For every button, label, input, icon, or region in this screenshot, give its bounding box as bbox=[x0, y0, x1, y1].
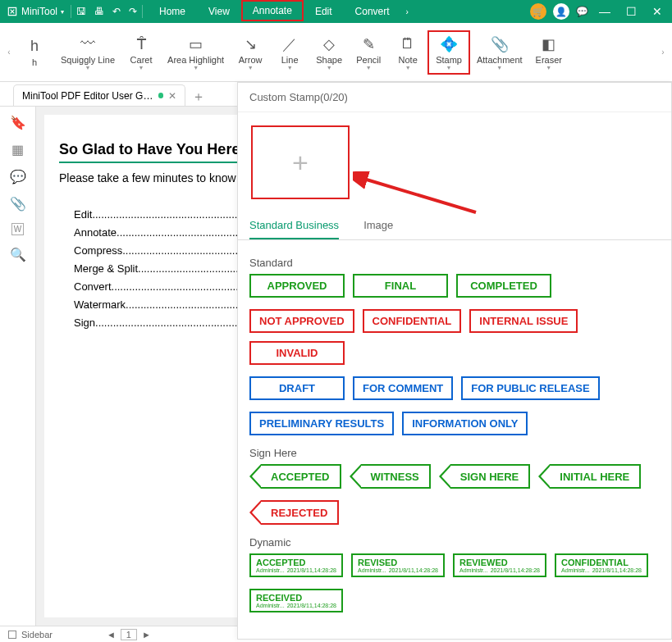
sidebar-toggle-checkbox[interactable] bbox=[8, 631, 16, 639]
tool-arrow[interactable]: ↘Arrow▼ bbox=[231, 30, 270, 75]
user-icon[interactable]: 👤 bbox=[553, 3, 569, 20]
eraser-icon: ◧ bbox=[542, 35, 555, 53]
stamp-witness[interactable]: WITNESS bbox=[350, 464, 431, 489]
maximize-button[interactable]: ☐ bbox=[621, 5, 641, 18]
stamp-tab-standard-business[interactable]: Standard Business bbox=[249, 212, 339, 239]
minimize-button[interactable]: — bbox=[595, 5, 615, 18]
feedback-icon[interactable]: 💬 bbox=[576, 6, 588, 17]
save-icon[interactable]: 🖫 bbox=[76, 6, 86, 17]
ribbon-scroll-left[interactable]: ‹ bbox=[3, 23, 15, 81]
stamp-row: PRELIMINARY RESULTSINFORMATION ONLY bbox=[249, 412, 660, 435]
tool-note[interactable]: 🗒Note▼ bbox=[388, 30, 427, 75]
stamp-row: RECEIVEDAdministr...2021/8/11,14:28:28 bbox=[249, 589, 660, 612]
attachment-icon: 📎 bbox=[491, 35, 509, 53]
undo-icon[interactable]: ↶ bbox=[112, 6, 121, 17]
page-number-input[interactable]: 1 bbox=[121, 629, 137, 640]
attachments-icon[interactable]: 📎 bbox=[10, 196, 26, 212]
stamp-approved[interactable]: APPROVED bbox=[249, 274, 345, 298]
page-prev-icon[interactable]: ◄ bbox=[107, 630, 116, 640]
page-nav: ◄ 1 ► bbox=[107, 629, 151, 640]
pointer-arrow-icon bbox=[249, 464, 261, 489]
pencil-icon: ✎ bbox=[363, 35, 375, 53]
dynamic-stamp-reviewed[interactable]: REVIEWEDAdministr...2021/8/11,14:28:28 bbox=[453, 553, 546, 577]
tool-line[interactable]: ／Line▼ bbox=[270, 30, 309, 75]
page-next-icon[interactable]: ► bbox=[142, 630, 151, 640]
stamp-invalid[interactable]: INVALID bbox=[249, 341, 345, 365]
bookmark-icon[interactable]: 🔖 bbox=[10, 115, 26, 130]
dynamic-stamp-accepted[interactable]: ACCEPTEDAdministr...2021/8/11,14:28:28 bbox=[249, 553, 343, 577]
redo-icon[interactable]: ↷ bbox=[129, 6, 137, 17]
stamp-row: REJECTED bbox=[249, 500, 660, 525]
stamp-panel-title: Custom Stamp(0/20) bbox=[238, 83, 671, 112]
stamp-accepted[interactable]: ACCEPTED bbox=[249, 464, 341, 489]
dynamic-stamp-confidential[interactable]: CONFIDENTIALAdministr...2021/8/11,14:28:… bbox=[555, 553, 648, 577]
tool-h[interactable]: hh bbox=[15, 30, 54, 75]
main-menu: HomeViewAnnotateEditConvert bbox=[148, 0, 401, 23]
dropdown-indicator-icon: ▼ bbox=[85, 66, 91, 70]
menu-overflow-icon[interactable]: › bbox=[401, 7, 414, 16]
stamp-completed[interactable]: COMPLETED bbox=[456, 274, 551, 298]
dropdown-indicator-icon: ▼ bbox=[366, 66, 372, 70]
stamp-list: StandardAPPROVEDFINALCOMPLETEDNOT APPROV… bbox=[238, 240, 671, 639]
unsaved-indicator-icon bbox=[158, 93, 163, 98]
pointer-arrow-icon bbox=[350, 464, 361, 489]
tool-squiggly-line[interactable]: 〰Squiggly Line▼ bbox=[54, 30, 121, 75]
document-tab[interactable]: MiniTool PDF Editor User Guid... ✕ bbox=[13, 84, 185, 106]
app-menu-chevron-icon[interactable]: ▾ bbox=[61, 8, 64, 16]
thumbnails-icon[interactable]: ▦ bbox=[11, 142, 24, 157]
h-icon: h bbox=[30, 38, 39, 56]
word-icon[interactable]: W bbox=[11, 223, 24, 235]
new-tab-button[interactable]: ＋ bbox=[192, 89, 205, 106]
sidebar-label: Sidebar bbox=[21, 630, 53, 640]
stamp-internal-issue[interactable]: INTERNAL ISSUE bbox=[469, 309, 578, 333]
tool-shape[interactable]: ◇Shape▼ bbox=[309, 30, 349, 75]
caret-icon: T̂ bbox=[137, 35, 146, 53]
pointer-arrow-icon bbox=[249, 500, 261, 525]
stamp-information-only[interactable]: INFORMATION ONLY bbox=[402, 412, 528, 435]
stamp-draft[interactable]: DRAFT bbox=[249, 376, 345, 400]
dynamic-stamp-revised[interactable]: REVISEDAdministr...2021/8/11,14:28:28 bbox=[351, 553, 445, 577]
stamp-icon: 💠 bbox=[440, 35, 458, 53]
pointer-arrow-icon bbox=[538, 464, 550, 489]
dropdown-indicator-icon: ▼ bbox=[139, 66, 144, 70]
tool-caret[interactable]: T̂Caret▼ bbox=[121, 30, 161, 75]
stamp-confidential[interactable]: CONFIDENTIAL bbox=[363, 309, 462, 333]
stamp-for-comment[interactable]: FOR COMMENT bbox=[353, 376, 453, 400]
stamp-rejected[interactable]: REJECTED bbox=[249, 500, 339, 525]
menu-view[interactable]: View bbox=[197, 0, 241, 23]
stamp-not-approved[interactable]: NOT APPROVED bbox=[249, 309, 354, 333]
tool-pencil[interactable]: ✎Pencil▼ bbox=[349, 30, 388, 75]
area-highlight-icon: ▭ bbox=[189, 35, 203, 53]
comments-icon[interactable]: 💬 bbox=[10, 169, 26, 184]
tool-area-highlight[interactable]: ▭Area Highlight▼ bbox=[161, 30, 231, 75]
stamp-row: ACCEPTEDAdministr...2021/8/11,14:28:28RE… bbox=[249, 553, 660, 577]
menu-home[interactable]: Home bbox=[148, 0, 197, 23]
app-name: MiniTool bbox=[21, 6, 57, 17]
app-logo: MiniTool ▾ bbox=[0, 6, 71, 17]
stamp-preliminary-results[interactable]: PRELIMINARY RESULTS bbox=[249, 412, 394, 435]
dropdown-indicator-icon: ▼ bbox=[248, 66, 254, 70]
cart-icon[interactable]: 🛒 bbox=[530, 3, 546, 20]
menu-edit[interactable]: Edit bbox=[304, 0, 344, 23]
menu-annotate[interactable]: Annotate bbox=[241, 0, 304, 21]
tool-stamp[interactable]: 💠Stamp▼ bbox=[427, 30, 470, 75]
close-button[interactable]: ✕ bbox=[647, 5, 667, 18]
add-custom-stamp-button[interactable]: + bbox=[251, 125, 350, 199]
tool-attachment[interactable]: 📎Attachment▼ bbox=[470, 30, 529, 75]
stamp-for-public-release[interactable]: FOR PUBLIC RELEASE bbox=[461, 376, 599, 400]
search-icon[interactable]: 🔍 bbox=[10, 247, 26, 262]
stamp-row: APPROVEDFINALCOMPLETED bbox=[249, 274, 660, 298]
squiggly-line-icon: 〰 bbox=[80, 35, 95, 53]
dropdown-indicator-icon: ▼ bbox=[287, 66, 293, 70]
dynamic-stamp-received[interactable]: RECEIVEDAdministr...2021/8/11,14:28:28 bbox=[249, 589, 343, 612]
stamp-sign-here[interactable]: SIGN HERE bbox=[439, 464, 531, 489]
ribbon-scroll-right[interactable]: › bbox=[657, 23, 669, 81]
tool-eraser[interactable]: ◧Eraser▼ bbox=[529, 30, 569, 75]
print-icon[interactable]: 🖶 bbox=[94, 6, 104, 17]
menu-convert[interactable]: Convert bbox=[344, 0, 401, 23]
stamp-tab-image[interactable]: Image bbox=[363, 212, 393, 239]
tab-close-icon[interactable]: ✕ bbox=[168, 90, 176, 102]
stamp-final[interactable]: FINAL bbox=[353, 274, 448, 298]
stamp-category-tabs: Standard BusinessImage bbox=[238, 212, 671, 240]
stamp-initial-here[interactable]: INITIAL HERE bbox=[538, 464, 641, 489]
